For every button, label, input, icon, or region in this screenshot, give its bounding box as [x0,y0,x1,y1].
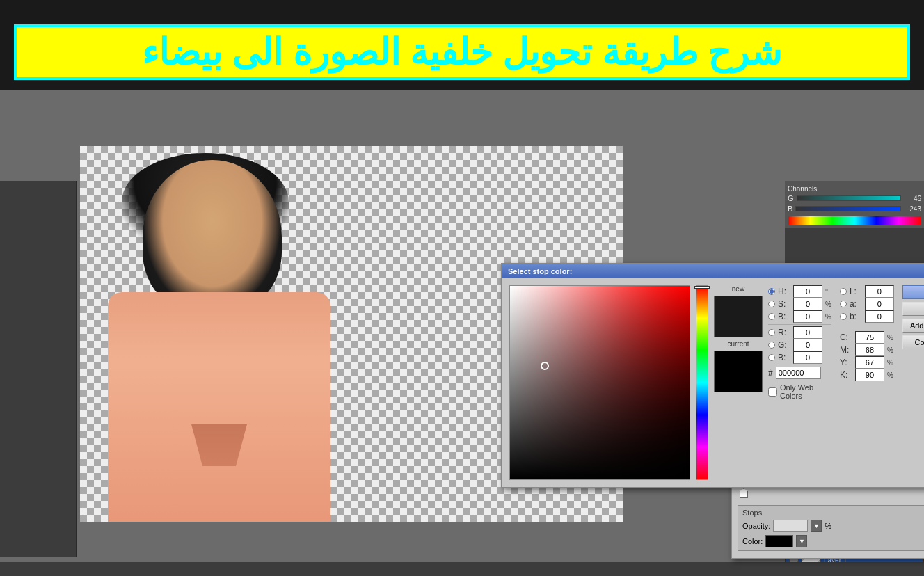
channel-b-row: B 243 [788,205,921,213]
bottom-bar [0,562,924,576]
s-input[interactable] [793,298,822,310]
only-web-label: Only Web Colors [780,383,831,400]
b-label: B: [778,312,790,321]
r-input[interactable] [793,326,822,339]
s-label: S: [778,299,790,309]
hue-slider[interactable] [696,285,708,480]
spectrum-cursor [541,362,549,370]
opacity-percent: % [825,522,831,530]
s-row: S: % [768,298,831,310]
person-figure [101,160,337,522]
r-label: R: [778,328,790,337]
lab-cmyk-inputs: L: a: b: C: [840,285,894,480]
stops-title: Stops [742,509,924,517]
m-label: M: [840,345,852,355]
r-row: R: [768,326,831,339]
top-banner: شرح طريقة تحويل خلفية الصورة الى بيضاء [0,0,924,90]
y-row: Y: % [840,356,894,369]
k-input[interactable] [855,369,884,381]
color-spectrum[interactable] [509,285,690,480]
r-radio[interactable] [768,329,775,336]
color-label: Color: [742,537,763,545]
color-picker-dialog: Select stop color: [501,263,924,488]
color-cancel-button[interactable]: Cancel [902,302,924,316]
channel-g-row: G 46 [788,194,921,202]
color-stops-area [738,488,924,499]
k-row: K: % [840,369,894,381]
m-input[interactable] [855,344,884,356]
l-row: L: [840,285,894,298]
a-row: a: [840,298,894,310]
m-unit: % [887,346,893,354]
color-picker-title: Select stop color: [502,264,924,278]
channel-g-bar [797,195,901,201]
new-color-swatch [714,296,763,337]
opacity-value-box[interactable] [773,520,808,532]
b-radio[interactable] [768,313,775,320]
l-radio[interactable] [840,288,847,295]
spectrum-area [509,285,690,480]
g-radio[interactable] [768,342,775,349]
color-libraries-button[interactable]: Color Libraries [902,335,924,349]
only-web-checkbox[interactable] [768,387,777,397]
b2-row: b: [840,310,894,323]
c-label: C: [840,333,852,342]
l-input[interactable] [865,285,894,298]
b-row: B: % [768,310,831,323]
c-input[interactable] [855,331,884,344]
color-row: Color: ▼ [742,535,924,547]
hex-input[interactable] [776,367,821,379]
add-to-swatches-button[interactable]: Add To Swatches [902,319,924,333]
channel-g-label: G [788,194,794,202]
y-input[interactable] [855,356,884,369]
m-row: M: % [840,344,894,356]
b2-label: b: [850,312,862,321]
g-input[interactable] [793,339,822,351]
s-unit: % [825,301,831,308]
a-label: a: [850,299,862,309]
bl-label: B: [778,353,790,362]
a-input[interactable] [865,298,894,310]
opacity-row: Opacity: ▼ % [742,520,924,532]
stops-section: Stops Opacity: ▼ % Color: ▼ [738,505,924,551]
hue-indicator [694,286,710,289]
ps-toolbar-left [0,181,77,557]
hex-row: # [768,367,831,379]
person-body [108,292,330,522]
channel-b-value: 243 [904,205,921,213]
channels-panel: Channels G 46 B 243 [785,181,924,228]
bl-row: B: [768,351,831,364]
y-unit: % [887,359,893,367]
color-stop-marker[interactable] [740,488,748,498]
c-unit: % [887,334,893,342]
color-picker-body: new current H: ° S: % [502,278,924,487]
a-radio[interactable] [840,301,847,307]
channel-b-label: B [788,205,792,213]
g-row: G: [768,339,831,351]
y-label: Y: [840,358,852,367]
h-radio[interactable] [768,288,775,295]
s-radio[interactable] [768,301,775,307]
arabic-title: شرح طريقة تحويل خلفية الصورة الى بيضاء [14,24,910,80]
color-swatch[interactable] [765,535,793,547]
h-row: H: ° [768,285,831,298]
k-label: K: [840,370,852,380]
b-input[interactable] [793,310,822,323]
color-ok-button[interactable]: OK [902,285,924,299]
bl-input[interactable] [793,351,822,364]
b2-radio[interactable] [840,313,847,320]
b2-input[interactable] [865,310,894,323]
c-row: C: % [840,331,894,344]
person-collar [191,424,247,466]
g-label: G: [778,340,790,350]
h-unit: ° [825,288,828,296]
channel-header: Channels [788,184,921,194]
b-unit: % [825,313,831,321]
color-dropdown[interactable]: ▼ [796,535,807,547]
channel-g-value: 46 [904,195,921,202]
bl-radio[interactable] [768,354,775,361]
opacity-dropdown[interactable]: ▼ [811,520,822,532]
color-picker-buttons: OK Cancel Add To Swatches Color Librarie… [902,285,924,480]
h-input[interactable] [793,285,822,298]
workspace: Gradient Editor OK Cancel Presets ► [0,90,924,576]
